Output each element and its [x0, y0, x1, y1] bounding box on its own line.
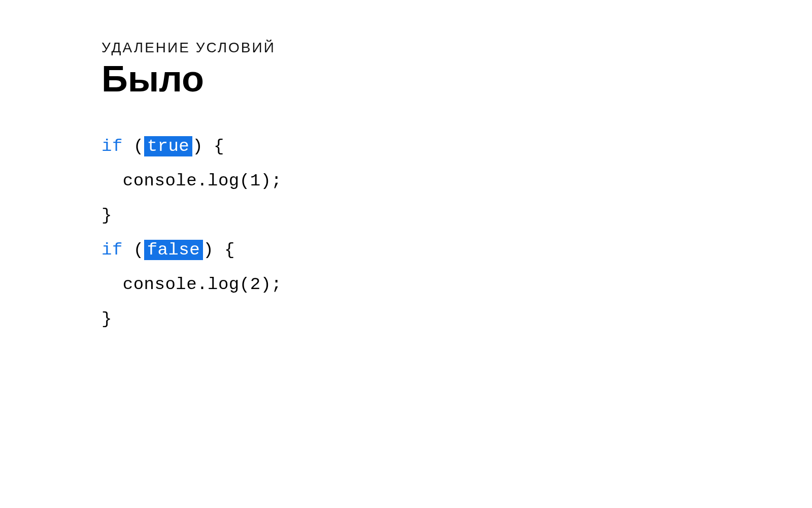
code-text: ) { — [203, 240, 235, 260]
code-text: console.log(1); — [101, 171, 282, 190]
code-text: ) { — [192, 137, 224, 156]
code-text: console.log(2); — [101, 275, 282, 294]
keyword-if: if — [101, 137, 123, 156]
slide-title: Было — [101, 60, 710, 99]
slide: УДАЛЕНИЕ УСЛОВИЙ Было if (true) { consol… — [0, 0, 812, 336]
code-text: ( — [123, 137, 144, 156]
code-text: } — [101, 309, 112, 329]
highlight-false: false — [144, 240, 204, 260]
slide-eyebrow: УДАЛЕНИЕ УСЛОВИЙ — [101, 40, 710, 56]
code-text: } — [101, 206, 112, 225]
highlight-true: true — [144, 136, 193, 156]
code-text: ( — [123, 240, 144, 260]
keyword-if: if — [101, 240, 123, 260]
code-block: if (true) { console.log(1); } if (false)… — [101, 129, 710, 336]
